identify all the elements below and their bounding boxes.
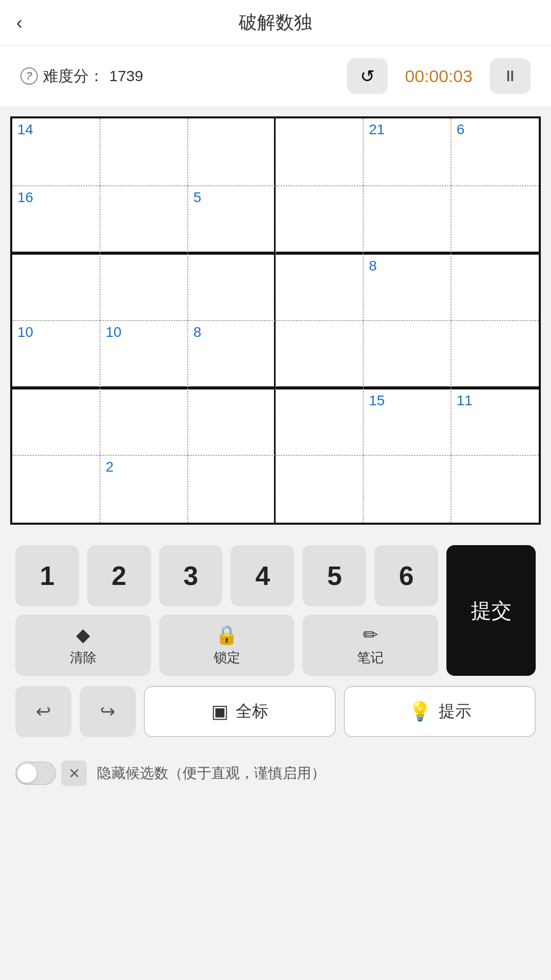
- difficulty-value: 1739: [109, 67, 143, 85]
- clue-r4-c5: 11: [457, 393, 472, 409]
- cell-r1-c2[interactable]: 5: [188, 186, 276, 253]
- cell-r0-c1[interactable]: [100, 118, 188, 186]
- hint-label: 提示: [439, 700, 471, 723]
- num-btn-3[interactable]: 3: [159, 545, 223, 606]
- grid-container: 1421616581010815112: [0, 106, 551, 535]
- timer-display: 00:00:03: [398, 66, 480, 86]
- sudoku-grid: 1421616581010815112: [10, 116, 541, 525]
- clue-r1-c2: 5: [193, 189, 202, 206]
- numpad-nums: 123456 ◆清除🔒锁定✏笔记: [15, 545, 438, 676]
- undo-button[interactable]: ↩: [15, 686, 71, 737]
- tool-icon-清除: ◆: [76, 624, 90, 646]
- clue-r3-c0: 10: [17, 324, 33, 340]
- numpad-section: 123456 ◆清除🔒锁定✏笔记 提交: [0, 535, 551, 681]
- cell-r2-c3[interactable]: [276, 253, 363, 321]
- cell-r1-c0[interactable]: 16: [12, 186, 100, 253]
- cell-r4-c1[interactable]: [100, 388, 188, 455]
- cell-r3-c2[interactable]: 8: [188, 321, 276, 388]
- close-toggle-button[interactable]: ✕: [61, 761, 87, 786]
- tool-label-笔记: 笔记: [357, 649, 384, 667]
- fullmark-icon: ▣: [211, 701, 229, 722]
- cell-r1-c4[interactable]: [363, 186, 451, 253]
- cell-r5-c0[interactable]: [12, 455, 100, 523]
- num-btn-5[interactable]: 5: [303, 545, 366, 606]
- clue-r2-c4: 8: [369, 258, 377, 274]
- cell-r0-c2[interactable]: [188, 118, 276, 186]
- tool-label-清除: 清除: [70, 649, 96, 667]
- cell-r5-c3[interactable]: [276, 455, 363, 523]
- cell-r0-c3[interactable]: [276, 118, 363, 186]
- cell-r1-c3[interactable]: [276, 186, 363, 253]
- cell-r2-c2[interactable]: [188, 253, 276, 321]
- num-btn-1[interactable]: 1: [15, 545, 79, 606]
- hint-icon: 💡: [409, 701, 432, 722]
- footer-bar: ✕ 隐藏候选数（便于直观，谨慎启用）: [0, 747, 551, 799]
- redo-button[interactable]: ↪: [80, 686, 136, 737]
- tool-btn-清除[interactable]: ◆清除: [15, 615, 151, 676]
- tool-btn-笔记[interactable]: ✏笔记: [303, 615, 438, 676]
- hint-button[interactable]: 💡 提示: [344, 686, 536, 737]
- cell-r0-c5[interactable]: 6: [451, 118, 539, 186]
- num-btn-2[interactable]: 2: [87, 545, 151, 606]
- cell-r2-c4[interactable]: 8: [363, 253, 451, 321]
- cell-r3-c4[interactable]: [363, 321, 451, 388]
- num-btn-4[interactable]: 4: [231, 545, 294, 606]
- cell-r3-c1[interactable]: 10: [100, 321, 188, 388]
- numpad-row-tools: ◆清除🔒锁定✏笔记: [15, 615, 438, 676]
- tool-icon-笔记: ✏: [363, 624, 378, 646]
- stats-bar: ? 难度分： 1739 ↺ 00:00:03 ⏸: [0, 46, 551, 106]
- cell-r1-c1[interactable]: [100, 186, 188, 253]
- cell-r5-c2[interactable]: [188, 455, 276, 523]
- cell-r4-c3[interactable]: [276, 388, 363, 455]
- action-bar: ↩ ↪ ▣ 全标 💡 提示: [0, 681, 551, 747]
- footer-text: 隐藏候选数（便于直观，谨慎启用）: [97, 764, 325, 783]
- clue-r1-c0: 16: [17, 189, 33, 206]
- fullmark-button[interactable]: ▣ 全标: [144, 686, 336, 737]
- clue-r0-c0: 14: [17, 121, 33, 138]
- fullmark-label: 全标: [236, 700, 268, 723]
- help-icon: ?: [20, 67, 38, 85]
- pause-button[interactable]: ⏸: [490, 58, 531, 94]
- cell-r4-c4[interactable]: 15: [363, 388, 451, 455]
- cell-r4-c5[interactable]: 11: [451, 388, 539, 455]
- clue-r3-c1: 10: [106, 324, 121, 340]
- submit-button[interactable]: 提交: [446, 545, 536, 676]
- cell-r2-c1[interactable]: [100, 253, 188, 321]
- back-button[interactable]: ‹: [16, 12, 22, 34]
- cell-r4-c2[interactable]: [188, 388, 276, 455]
- cell-r2-c5[interactable]: [451, 253, 539, 321]
- clue-r0-c4: 21: [369, 121, 385, 138]
- clue-r5-c1: 2: [106, 459, 114, 475]
- header: ‹ 破解数独: [0, 0, 551, 46]
- refresh-button[interactable]: ↺: [347, 58, 388, 94]
- cell-r5-c1[interactable]: 2: [100, 455, 188, 523]
- cell-r4-c0[interactable]: [12, 388, 100, 455]
- difficulty-info: ? 难度分： 1739: [20, 66, 143, 87]
- tool-btn-锁定[interactable]: 🔒锁定: [159, 615, 295, 676]
- numpad-row-1: 123456: [15, 545, 438, 606]
- difficulty-label: 难度分：: [43, 66, 104, 87]
- cell-r5-c4[interactable]: [363, 455, 451, 523]
- cell-r3-c0[interactable]: 10: [12, 321, 100, 388]
- cell-r2-c0[interactable]: [12, 253, 100, 321]
- cell-r0-c0[interactable]: 14: [12, 118, 100, 186]
- clue-r4-c4: 15: [369, 393, 385, 409]
- toggle-switch[interactable]: [15, 762, 56, 785]
- cell-r3-c5[interactable]: [451, 321, 539, 388]
- cell-r3-c3[interactable]: [276, 321, 363, 388]
- cell-r0-c4[interactable]: 21: [363, 118, 451, 186]
- clue-r3-c2: 8: [193, 324, 202, 340]
- cell-r1-c5[interactable]: [451, 186, 539, 253]
- page-title: 破解数独: [239, 10, 312, 35]
- tool-icon-锁定: 🔒: [215, 624, 238, 646]
- toggle-knob: [17, 764, 37, 783]
- cell-r5-c5[interactable]: [451, 455, 539, 523]
- clue-r0-c5: 6: [457, 121, 465, 138]
- num-btn-6[interactable]: 6: [374, 545, 438, 606]
- tool-label-锁定: 锁定: [214, 649, 240, 667]
